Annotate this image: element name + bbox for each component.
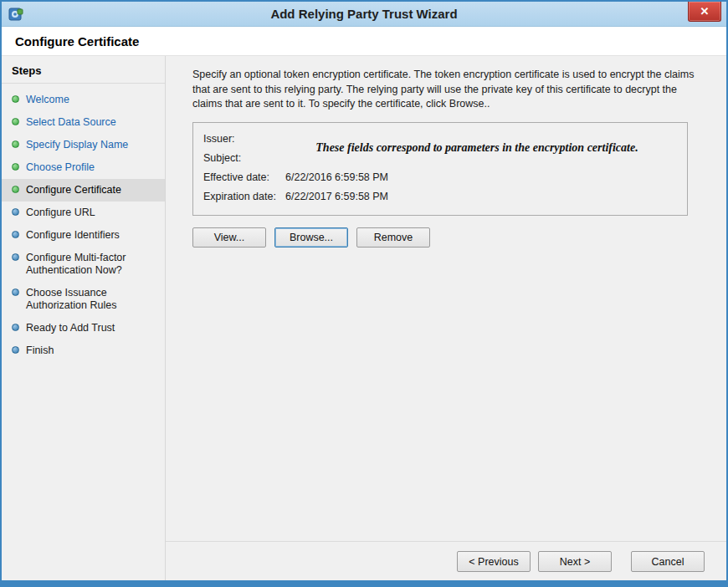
step-specify-display-name[interactable]: Specify Display Name xyxy=(2,134,165,156)
remove-button[interactable]: Remove xyxy=(356,227,430,248)
step-status-icon xyxy=(12,231,19,238)
steps-list: Welcome Select Data Source Specify Displ… xyxy=(2,84,165,362)
step-status-icon xyxy=(12,253,19,261)
step-choose-profile[interactable]: Choose Profile xyxy=(2,156,165,179)
step-label: Configure URL xyxy=(26,207,95,219)
step-ready-to-add-trust: Ready to Add Trust xyxy=(2,317,165,339)
expiration-date-label: Expiration date: xyxy=(203,187,285,207)
step-status-icon xyxy=(12,208,19,216)
step-status-icon xyxy=(12,163,19,171)
step-configure-certificate: Configure Certificate xyxy=(2,179,165,202)
step-label: Specify Display Name xyxy=(26,139,128,151)
browse-button[interactable]: Browse... xyxy=(274,227,348,248)
title-bar: Add Relying Party Trust Wizard ✕ xyxy=(2,2,726,27)
wizard-footer: < Previous Next > Cancel xyxy=(166,541,726,581)
step-label: Configure Multi-factor Authentication No… xyxy=(26,252,158,277)
window-title: Add Relying Party Trust Wizard xyxy=(2,7,726,21)
issuer-label: Issuer: xyxy=(203,130,285,149)
issuer-value xyxy=(285,130,677,149)
step-welcome[interactable]: Welcome xyxy=(2,89,165,111)
step-label: Finish xyxy=(26,345,54,357)
effective-date-value: 6/22/2016 6:59:58 PM xyxy=(285,168,677,187)
cancel-button[interactable]: Cancel xyxy=(631,551,705,572)
wizard-content: Specify an optional token encryption cer… xyxy=(166,56,726,541)
step-status-icon xyxy=(12,95,19,103)
close-button[interactable]: ✕ xyxy=(688,2,721,22)
step-status-icon xyxy=(12,140,19,148)
step-status-icon xyxy=(12,346,19,354)
expiration-date-value: 6/22/2017 6:59:58 PM xyxy=(285,187,677,207)
step-label: Welcome xyxy=(26,94,69,106)
step-choose-issuance-rules: Choose Issuance Authorization Rules xyxy=(2,282,165,317)
page-title: Configure Certificate xyxy=(15,34,139,48)
step-label: Select Data Source xyxy=(26,116,116,129)
step-finish: Finish xyxy=(2,339,165,362)
step-status-icon xyxy=(12,186,19,193)
wizard-window: Add Relying Party Trust Wizard ✕ Configu… xyxy=(0,0,728,587)
step-configure-identifiers: Configure Identifiers xyxy=(2,224,165,247)
page-heading-bar: Configure Certificate xyxy=(2,27,726,56)
step-label: Ready to Add Trust xyxy=(26,322,115,334)
step-configure-url: Configure URL xyxy=(2,202,165,224)
step-configure-mfa: Configure Multi-factor Authentication No… xyxy=(2,247,165,282)
effective-date-label: Effective date: xyxy=(203,168,285,187)
step-label: Configure Certificate xyxy=(26,184,121,197)
steps-sidebar: Steps Welcome Select Data Source Specify… xyxy=(2,56,166,581)
instructions-text: Specify an optional token encryption cer… xyxy=(192,68,695,112)
steps-heading: Steps xyxy=(2,56,165,84)
view-button[interactable]: View... xyxy=(192,227,266,248)
step-status-icon xyxy=(12,118,19,125)
next-button[interactable]: Next > xyxy=(538,551,612,572)
step-label: Choose Profile xyxy=(26,161,95,174)
subject-value xyxy=(285,149,677,168)
certificate-actions: View... Browse... Remove xyxy=(192,227,695,248)
step-status-icon xyxy=(12,324,19,331)
step-label: Configure Identifiers xyxy=(26,229,120,242)
certificate-details-box: Issuer: Subject: Effective date: 6/22/20… xyxy=(192,122,688,216)
step-status-icon xyxy=(12,288,19,296)
previous-button[interactable]: < Previous xyxy=(457,551,531,572)
step-select-data-source[interactable]: Select Data Source xyxy=(2,111,165,134)
subject-label: Subject: xyxy=(203,149,285,168)
step-label: Choose Issuance Authorization Rules xyxy=(26,287,158,312)
